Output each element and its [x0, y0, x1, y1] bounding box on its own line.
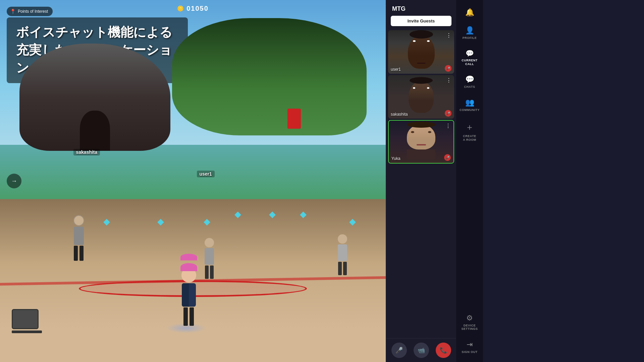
video-feed-sakashita: sakashita 🎤 ⋮	[388, 75, 454, 119]
sidebar-item-community[interactable]: 👥 COMMUNITY	[456, 94, 483, 117]
sakashita-video-name: sakashita	[391, 112, 408, 117]
invite-guests-button[interactable]: Invite Guests	[391, 16, 451, 26]
create-room-icon: ＋	[465, 121, 474, 133]
sign-out-label: SIGN OUT	[462, 350, 478, 354]
video-feed-user1: user1 🎤 ⋮	[388, 30, 454, 74]
video-feeds: user1 🎤 ⋮ sakashita 🎤 ⋮	[386, 30, 456, 338]
device-settings-label: DEVICESETTINGS	[461, 324, 478, 331]
video-panel: MTG Invite Guests user1 🎤 ⋮	[386, 0, 456, 362]
camera-icon: 📹	[418, 347, 425, 354]
profile-icon: 👤	[465, 26, 474, 35]
mic-icon: 🎤	[395, 347, 403, 354]
sidebar-item-create-room[interactable]: ＋ CREATEA ROOM	[456, 117, 483, 146]
sidebar-item-device-settings[interactable]: ⚙ DEVICESETTINGS	[456, 309, 483, 336]
sidebar-item-current-call[interactable]: 💬 CURRENTCALL	[456, 45, 483, 71]
mic-toggle-button[interactable]: 🎤	[391, 343, 407, 358]
chats-label: CHATS	[464, 85, 475, 89]
current-call-label: CURRENTCALL	[462, 59, 478, 66]
community-icon: 👥	[465, 98, 474, 107]
nav-arrow-button[interactable]: →	[7, 174, 21, 188]
sakashita-mic-off-icon: 🎤	[445, 110, 451, 117]
current-call-icon: 💬	[466, 49, 474, 57]
sidebar-item-notifications[interactable]: 🔔	[456, 3, 483, 21]
sidebar-item-profile[interactable]: 👤 PROFILE	[456, 21, 483, 45]
chats-icon: 💬	[465, 75, 474, 84]
right-sidebar: 🔔 👤 PROFILE 💬 CURRENTCALL 💬 CHATS 👥 COMM…	[456, 0, 483, 362]
camera-toggle-button[interactable]: 📹	[414, 343, 429, 358]
video-feed-yuka: Yuka 🎤 ⋮	[388, 120, 454, 164]
yuka-video-name: Yuka	[391, 156, 400, 161]
location-pin-icon: 📍	[10, 9, 16, 14]
sign-out-icon: ⇥	[467, 340, 473, 349]
end-call-icon: 📞	[440, 347, 447, 354]
community-label: COMMUNITY	[460, 108, 480, 112]
user1-video-more-button[interactable]: ⋮	[446, 32, 451, 39]
sakashita-video-more-button[interactable]: ⋮	[446, 77, 451, 83]
user1-mic-off-icon: 🎤	[445, 65, 451, 72]
create-room-label: CREATEA ROOM	[463, 134, 476, 142]
yuka-video-more-button[interactable]: ⋮	[445, 123, 451, 129]
profile-label: PROFILE	[463, 36, 477, 40]
location-text: Points of Interest	[18, 9, 48, 14]
end-call-button[interactable]: 📞	[436, 343, 451, 358]
yuka-mic-off-icon: 🎤	[444, 154, 451, 161]
video-panel-title: MTG	[386, 0, 456, 16]
notification-icon: 🔔	[465, 8, 474, 17]
location-badge[interactable]: 📍 Points of Interest	[7, 7, 53, 16]
user1-video-name: user1	[391, 67, 401, 72]
sidebar-item-sign-out[interactable]: ⇥ SIGN OUT	[456, 336, 483, 359]
video-panel-controls: 🎤 📹 📞	[386, 338, 456, 362]
sidebar-item-chats[interactable]: 💬 CHATS	[456, 70, 483, 94]
game-viewport: 📍 Points of Interest ボイスチャット機能による 充実したコミ…	[0, 0, 386, 362]
device-settings-icon: ⚙	[466, 314, 473, 322]
